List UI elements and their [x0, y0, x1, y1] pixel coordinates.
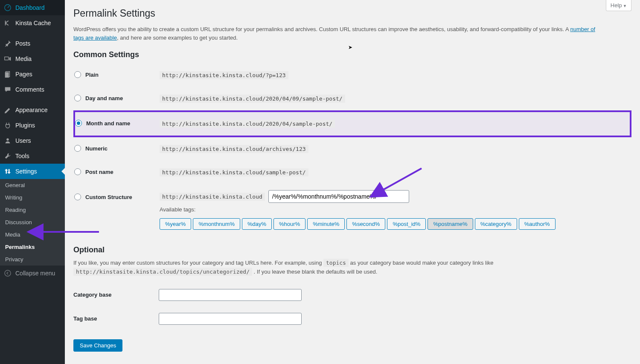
svg-rect-5	[6, 169, 7, 174]
sidebar-item-settings[interactable]: Settings	[0, 164, 65, 179]
admin-sidebar: DashboardKinsta CachePostsMediaPagesComm…	[0, 0, 65, 364]
svg-point-9	[5, 270, 11, 276]
permalink-radio-month-and-name[interactable]	[75, 120, 82, 127]
permalink-option-row: Post namehttp://kinstasite.kinsta.cloud/…	[74, 161, 631, 184]
permalink-radio-post-name[interactable]	[74, 168, 81, 175]
tag-button[interactable]: %category%	[475, 218, 517, 230]
sidebar-item-tools[interactable]: Tools	[0, 148, 65, 164]
tag-button[interactable]: %minute%	[307, 218, 345, 230]
plugins-icon	[3, 121, 12, 130]
sidebar-item-label: Posts	[15, 40, 30, 47]
permalink-radio-plain[interactable]	[74, 71, 81, 78]
sidebar-item-dashboard[interactable]: Dashboard	[0, 0, 65, 15]
dashboard-icon	[3, 3, 12, 12]
kinsta-icon	[3, 19, 12, 27]
tag-base-input[interactable]	[159, 313, 302, 325]
page-title: Permalink Settings	[73, 8, 631, 19]
submenu-item-permalinks[interactable]: Permalinks	[0, 241, 65, 253]
sidebar-item-kinsta-cache[interactable]: Kinsta Cache	[0, 15, 65, 31]
sidebar-item-label: Media	[15, 55, 32, 62]
submenu-item-discussion[interactable]: Discussion	[0, 216, 65, 228]
comments-icon	[3, 85, 12, 94]
sidebar-item-label: Kinsta Cache	[15, 20, 51, 26]
permalink-option-label[interactable]: Day and name	[74, 95, 123, 101]
svg-point-4	[6, 139, 9, 141]
collapse-icon	[3, 269, 12, 277]
media-icon	[3, 55, 12, 63]
settings-icon	[3, 167, 12, 176]
optional-heading: Optional	[73, 246, 631, 254]
sidebar-item-comments[interactable]: Comments	[0, 82, 65, 97]
settings-submenu: GeneralWritingReadingDiscussionMediaPerm…	[0, 179, 65, 266]
appearance-icon	[3, 106, 12, 114]
permalink-option-row: Numerichttp://kinstasite.kinsta.cloud/ar…	[74, 136, 631, 161]
sidebar-item-pages[interactable]: Pages	[0, 66, 65, 82]
svg-rect-8	[8, 172, 10, 173]
submenu-item-general[interactable]: General	[0, 179, 65, 191]
tag-button[interactable]: %second%	[346, 218, 385, 230]
permalink-example: http://kinstasite.kinsta.cloud/sample-po…	[160, 168, 308, 176]
sidebar-item-plugins[interactable]: Plugins	[0, 118, 65, 133]
save-changes-button[interactable]: Save Changes	[73, 339, 122, 352]
pages-icon	[3, 70, 12, 78]
svg-rect-3	[5, 72, 9, 78]
svg-rect-7	[5, 170, 8, 170]
tag-button[interactable]: %postname%	[428, 218, 473, 230]
permalink-radio-numeric[interactable]	[74, 145, 81, 152]
svg-rect-1	[5, 57, 9, 60]
permalink-example: http://kinstasite.kinsta.cloud/2020/04/s…	[160, 120, 335, 128]
help-button[interactable]: Help	[606, 0, 631, 11]
permalink-example: http://kinstasite.kinsta.cloud/?p=123	[160, 71, 288, 79]
permalink-options-table: Plainhttp://kinstasite.kinsta.cloud/?p=1…	[73, 64, 631, 237]
permalink-option-label[interactable]: Plain	[74, 71, 99, 78]
tag-button[interactable]: %author%	[519, 218, 556, 230]
submenu-item-privacy[interactable]: Privacy	[0, 253, 65, 266]
optional-table: Category base Tag base	[73, 283, 631, 331]
sidebar-item-media[interactable]: Media	[0, 51, 65, 66]
permalink-option-label[interactable]: Month and name	[75, 120, 130, 127]
permalink-option-row: Day and namehttp://kinstasite.kinsta.clo…	[74, 87, 631, 111]
category-base-input[interactable]	[159, 289, 302, 301]
sidebar-item-label: Comments	[15, 86, 44, 93]
tag-button[interactable]: %day%	[242, 218, 272, 230]
sidebar-item-appearance[interactable]: Appearance	[0, 102, 65, 118]
sidebar-item-label: Users	[15, 137, 31, 144]
permalink-option-label[interactable]: Numeric	[74, 145, 108, 152]
collapse-menu[interactable]: Collapse menu	[0, 266, 65, 281]
tools-icon	[3, 152, 12, 160]
sidebar-item-label: Tools	[15, 153, 29, 159]
svg-rect-6	[9, 169, 10, 174]
tag-button[interactable]: %hour%	[273, 218, 305, 230]
permalink-option-row: Month and namehttp://kinstasite.kinsta.c…	[74, 111, 631, 136]
tag-button[interactable]: %year%	[160, 218, 191, 230]
tag-base-label: Tag base	[73, 307, 159, 331]
sidebar-item-label: Appearance	[15, 107, 48, 113]
sidebar-item-label: Plugins	[15, 122, 35, 129]
sidebar-item-users[interactable]: Users	[0, 133, 65, 148]
custom-prefix: http://kinstasite.kinsta.cloud	[160, 193, 265, 201]
custom-structure-input[interactable]	[268, 190, 409, 203]
tag-button[interactable]: %post_id%	[387, 218, 426, 230]
custom-structure-label[interactable]: Custom Structure	[74, 194, 132, 200]
permalink-example: http://kinstasite.kinsta.cloud/archives/…	[160, 145, 308, 153]
tag-button[interactable]: %monthnum%	[193, 218, 240, 230]
permalink-example: http://kinstasite.kinsta.cloud/2020/04/0…	[160, 95, 345, 103]
intro-text: WordPress offers you the ability to crea…	[73, 25, 607, 42]
permalink-option-label[interactable]: Post name	[74, 168, 113, 175]
submenu-item-writing[interactable]: Writing	[0, 191, 65, 204]
tags-container: %year%%monthnum%%day%%hour%%minute%%seco…	[160, 217, 631, 231]
optional-description: If you like, you may enter custom struct…	[73, 259, 585, 277]
sidebar-item-label: Dashboard	[15, 4, 45, 11]
permalink-radio-day-and-name[interactable]	[74, 95, 81, 101]
category-base-label: Category base	[73, 283, 159, 307]
sidebar-item-label: Pages	[15, 71, 32, 78]
users-icon	[3, 136, 12, 145]
submenu-item-media[interactable]: Media	[0, 228, 65, 241]
submenu-item-reading[interactable]: Reading	[0, 204, 65, 216]
pin-icon	[3, 39, 12, 48]
collapse-label: Collapse menu	[15, 270, 55, 277]
sidebar-item-posts[interactable]: Posts	[0, 36, 65, 51]
permalink-option-row: Plainhttp://kinstasite.kinsta.cloud/?p=1…	[74, 64, 631, 87]
permalink-radio-custom[interactable]	[74, 194, 81, 200]
available-tags-label: Available tags:	[160, 206, 631, 213]
